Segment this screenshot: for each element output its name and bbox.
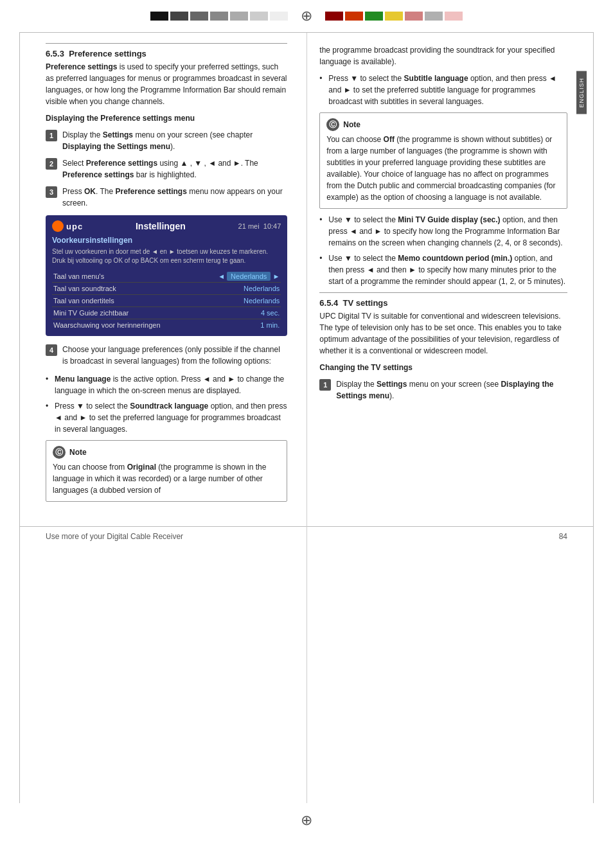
- bar-seg-6: [250, 12, 268, 21]
- upc-time: 21 mei 10:47: [238, 222, 281, 230]
- section-title: Preference settings: [69, 49, 147, 58]
- bar-rseg-6: [425, 12, 443, 21]
- step-4: 4 Choose your language preferences (only…: [46, 344, 287, 367]
- upc-row-2-label: Taal van soundtrack: [52, 283, 178, 295]
- step-3: 3 Press OK. The Preference settings menu…: [46, 186, 287, 209]
- upc-row-5-value: 1 min.: [178, 319, 281, 332]
- step-4-badge: 4: [46, 344, 57, 356]
- note-header-right: Ⓒ Note: [326, 118, 560, 131]
- note-box-left: Ⓒ Note You can choose from Original (the…: [46, 440, 287, 502]
- top-decorative-bar: ⊕: [0, 0, 613, 32]
- upc-logo-icon: [52, 220, 64, 232]
- upc-logo-text: upc: [66, 222, 83, 231]
- tv-step-1: 1 Display the Settings menu on your scre…: [319, 378, 567, 402]
- section-divider-2: [319, 292, 567, 293]
- upc-row-4-label: Mini TV Guide zichtbaar: [52, 307, 178, 319]
- note-box-right: Ⓒ Note You can choose Off (the programme…: [319, 112, 567, 209]
- bar-seg-2: [170, 12, 188, 21]
- intro-bold: Preference settings: [46, 62, 117, 71]
- step-1-text: Display the Settings menu on your screen…: [62, 129, 287, 152]
- bar-seg-4: [210, 12, 228, 21]
- step-4-list: 4 Choose your language preferences (only…: [46, 344, 287, 367]
- upc-row-2: Taal van soundtrack Nederlands: [52, 283, 281, 295]
- bar-rseg-3: [365, 12, 383, 21]
- upc-menu-title: Instellingen: [136, 221, 186, 231]
- bar-rseg-2: [345, 12, 363, 21]
- section-heading-654: 6.5.4 TV settings: [319, 298, 567, 308]
- upc-subtitle: Voorkeursinstellingen: [52, 236, 281, 245]
- upc-row-1-label: Taal van menu's: [52, 270, 178, 283]
- bar-rseg-7: [445, 12, 463, 21]
- bar-seg-7: [270, 12, 288, 21]
- upc-row-5: Waarschuwing voor herinneringen 1 min.: [52, 319, 281, 332]
- bullet-menu-lang: Menu language is the active option. Pres…: [46, 373, 287, 396]
- steps-list: 1 Display the Settings menu on your scre…: [46, 129, 287, 209]
- bar-seg-5: [230, 12, 248, 21]
- step-1: 1 Display the Settings menu on your scre…: [46, 129, 287, 152]
- displaying-heading: Displaying the Preference settings menu: [46, 112, 287, 124]
- step-3-badge: 3: [46, 186, 57, 198]
- bullet-subtitle-lang: Press ▼ to select the Subtitle language …: [319, 73, 567, 107]
- right-column: ENGLISH the programme broadcast providin…: [306, 33, 567, 507]
- step-2-badge: 2: [46, 158, 57, 170]
- step-1-badge: 1: [46, 130, 57, 141]
- upc-row-2-value: Nederlands: [178, 283, 281, 295]
- english-tab: ENGLISH: [576, 71, 587, 114]
- upc-row-3-label: Taal van ondertitels: [52, 295, 178, 307]
- step-3-text: Press OK. The Preference settings menu n…: [62, 186, 287, 209]
- upc-row-4-value: 4 sec.: [178, 307, 281, 319]
- bullet-mini-tv: Use ▼ to select the Mini TV Guide displa…: [319, 214, 567, 249]
- section2-title: TV settings: [342, 298, 387, 308]
- upc-row-4: Mini TV Guide zichtbaar 4 sec.: [52, 307, 281, 319]
- bullet-soundtrack-lang: Press ▼ to select the Soundtrack languag…: [46, 400, 287, 435]
- bottom-bar: ⊕: [0, 803, 613, 835]
- bar-left: [150, 12, 288, 21]
- bar-right: [325, 12, 463, 21]
- note-label-right: Note: [343, 119, 360, 130]
- section2-intro: UPC Digital TV is suitable for conventio…: [319, 310, 567, 357]
- continued-text: the programme broadcast providing the so…: [319, 44, 567, 67]
- step-2-text: Select Preference settings using ▲ , ▼ ,…: [62, 157, 287, 181]
- bottom-crosshair-icon: ⊕: [301, 812, 312, 829]
- tv-step-1-badge: 1: [319, 379, 331, 391]
- right-bullets-2: Use ▼ to select the Mini TV Guide displa…: [319, 214, 567, 287]
- section-heading-653: 6.5.3 Preference settings: [46, 49, 287, 58]
- bar-rseg-4: [385, 12, 403, 21]
- footer-left-text: Use more of your Digital Cable Receiver: [46, 532, 183, 541]
- upc-settings-box: upc Instellingen 21 mei 10:47 Voorkeursi…: [46, 215, 287, 336]
- bar-seg-3: [190, 12, 208, 21]
- note-text-left: You can choose from Original (the progra…: [53, 461, 280, 496]
- left-column: 6.5.3 Preference settings Preference set…: [46, 33, 306, 507]
- upc-settings-table: Taal van menu's ◄ Nederlands ► Taal van …: [52, 270, 281, 331]
- note-label-left: Note: [69, 447, 87, 458]
- tv-step-1-text: Display the Settings menu on your screen…: [336, 378, 567, 402]
- step-4-text: Choose your language preferences (only p…: [62, 344, 287, 367]
- note-icon-right: Ⓒ: [326, 118, 339, 131]
- upc-row-3-value: Nederlands: [178, 295, 281, 307]
- note-text-right: You can choose Off (the programme is sho…: [326, 134, 560, 203]
- bullet-memo-countdown: Use ▼ to select the Memo countdown perio…: [319, 252, 567, 287]
- right-bullets-1: Press ▼ to select the Subtitle language …: [319, 73, 567, 107]
- section-number: 6.5.3: [46, 49, 64, 58]
- section2-sub: Changing the TV settings: [319, 362, 567, 373]
- upc-row-1-value: ◄ Nederlands ►: [178, 270, 281, 283]
- step-2: 2 Select Preference settings using ▲ , ▼…: [46, 157, 287, 181]
- section-intro: Preference settings is used to specify y…: [46, 61, 287, 107]
- bar-seg-1: [150, 12, 168, 21]
- note-icon-left: Ⓒ: [53, 446, 66, 459]
- note-header-left: Ⓒ Note: [53, 446, 280, 459]
- bar-rseg-5: [405, 12, 423, 21]
- language-bullets: Menu language is the active option. Pres…: [46, 373, 287, 435]
- section-divider-1: [46, 43, 287, 44]
- bar-rseg-1: [325, 12, 343, 21]
- section2-number: 6.5.4: [319, 298, 338, 308]
- upc-row-1: Taal van menu's ◄ Nederlands ►: [52, 270, 281, 283]
- upc-description: Stel uw voorkeuren in door met de ◄ en ►…: [52, 247, 281, 265]
- crosshair-icon: ⊕: [301, 8, 312, 24]
- footer-page-number: 84: [559, 532, 567, 541]
- upc-row-3: Taal van ondertitels Nederlands: [52, 295, 281, 307]
- upc-title-bar: upc Instellingen 21 mei 10:47: [52, 220, 281, 232]
- upc-logo: upc: [52, 220, 83, 232]
- tv-steps-list: 1 Display the Settings menu on your scre…: [319, 378, 567, 402]
- upc-row-5-label: Waarschuwing voor herinneringen: [52, 319, 178, 332]
